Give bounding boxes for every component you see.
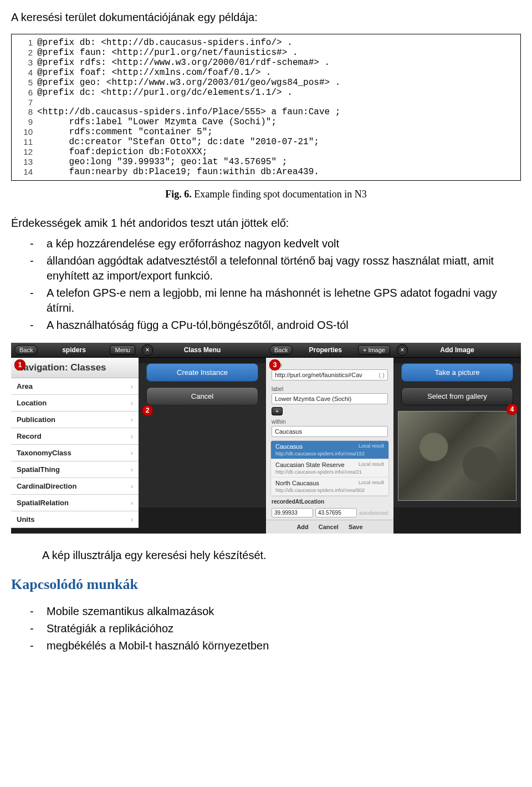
input-within[interactable]: Caucasus xyxy=(272,426,388,437)
save-button[interactable]: Save xyxy=(349,524,363,530)
list-item: Stratégiák a replikációhoz xyxy=(30,621,521,636)
findings-list: a kép hozzárendelése egy erőforráshoz na… xyxy=(11,236,521,333)
section-heading: Kapcsolódó munkák xyxy=(11,576,521,593)
chevron-right-icon: › xyxy=(131,499,133,507)
intro-title: A keresési terület dokumentációjának egy… xyxy=(11,11,521,24)
chevron-right-icon: › xyxy=(131,415,133,424)
label-type: type xyxy=(266,360,393,369)
label-label: label xyxy=(266,384,393,393)
screen2-title: Class Menu xyxy=(184,346,221,354)
chevron-right-icon: › xyxy=(131,482,133,490)
cancel-button[interactable]: Cancel xyxy=(319,524,339,530)
add-image-button[interactable]: + Image xyxy=(358,345,390,355)
chevron-right-icon: › xyxy=(131,515,133,524)
list-item[interactable]: Units› xyxy=(11,511,139,528)
screen-2: 2 × Class Menu Create Instance Cancel xyxy=(139,343,266,534)
screen-1: 1 Back spiders Menu Navigation: Classes … xyxy=(11,343,139,534)
badge-2: 2 xyxy=(142,405,153,416)
screen4-title: Add Image xyxy=(440,346,474,354)
badge-4: 4 xyxy=(507,404,518,415)
menu-button[interactable]: Menu xyxy=(110,345,135,355)
badge-1: 1 xyxy=(14,359,25,370)
label-recorded: recordedAtLocation xyxy=(266,496,393,506)
list-item: megbékélés a Mobil-t használó környezetb… xyxy=(30,638,521,653)
cancel-button[interactable]: Cancel xyxy=(146,387,258,405)
suggestion-item[interactable]: Caucasian State ReserveLocal result http… xyxy=(271,459,388,478)
list-item[interactable]: SpatialRelation› xyxy=(11,495,139,511)
figure-caption: Fig. 6. Example finding spot documentati… xyxy=(11,189,521,200)
select-gallery-button[interactable]: Select from gallery xyxy=(401,387,513,405)
close-button[interactable]: × xyxy=(397,344,408,356)
chevron-right-icon: › xyxy=(131,399,133,407)
autodetected-label: autodetected xyxy=(359,510,388,516)
take-picture-button[interactable]: Take a picture xyxy=(401,363,513,382)
plus-button[interactable]: + xyxy=(272,407,283,415)
list-item[interactable]: SpatialThing› xyxy=(11,461,139,478)
list-item[interactable]: CardinalDirection› xyxy=(11,478,139,495)
photo-preview xyxy=(398,411,516,501)
list-item[interactable]: Publication› xyxy=(11,412,139,428)
chevron-right-icon: › xyxy=(131,432,133,440)
list-item: A telefon GPS-e nem a legjobb, mi lenne … xyxy=(30,286,521,316)
input-latitude[interactable]: 43.57695 xyxy=(315,508,357,517)
badge-3: 3 xyxy=(269,359,280,370)
nav-heading: Navigation: Classes xyxy=(11,358,139,378)
list-item[interactable]: TaxonomyClass› xyxy=(11,445,139,461)
suggestions-list: CaucasusLocal result http://db.caucasus-… xyxy=(270,440,389,496)
figure-caption-bold: Fig. 6. xyxy=(165,189,192,200)
close-button[interactable]: × xyxy=(142,344,153,356)
add-button[interactable]: Add xyxy=(296,524,308,530)
screen1-title: spiders xyxy=(62,346,86,354)
chevron-right-icon: › xyxy=(131,382,133,390)
mobile-screens-figure: 1 Back spiders Menu Navigation: Classes … xyxy=(11,343,521,534)
back-button[interactable]: Back xyxy=(269,345,293,355)
screen-3: 3 Back Properties + Image type http://pu… xyxy=(266,343,393,534)
chevron-right-icon: › xyxy=(131,465,133,474)
list-item[interactable]: Record› xyxy=(11,428,139,445)
screen-4: 4 × Add Image Take a picture Select from… xyxy=(393,343,521,534)
label-within: within xyxy=(266,417,393,426)
list-item: a kép hozzárendelése egy erőforráshoz na… xyxy=(30,236,521,251)
screen3-title: Properties xyxy=(309,346,342,354)
suggestion-item[interactable]: CaucasusLocal result http://db.caucasus-… xyxy=(271,441,388,459)
back-button[interactable]: Back xyxy=(14,345,38,355)
list-item: Mobile szemantikus alkalmazások xyxy=(30,604,521,619)
related-works-list: Mobile szemantikus alkalmazásokStratégiá… xyxy=(11,604,521,653)
suggestion-item[interactable]: North CaucasusLocal result http://db.cau… xyxy=(271,478,388,496)
create-instance-button[interactable]: Create Instance xyxy=(146,363,258,382)
figure-caption-below: A kép illusztrálja egy keresési hely kés… xyxy=(42,549,521,562)
list-item[interactable]: Location› xyxy=(11,395,139,412)
figure-caption-text: Example finding spot documentation in N3 xyxy=(192,189,367,200)
input-label[interactable]: Lower Mzymta Cave (Sochi) xyxy=(272,393,388,404)
input-type[interactable]: http://purl.org/net/faunistics#Cav ( ) xyxy=(272,369,388,380)
code-block: 1@prefix db: <http://db.caucasus-spiders… xyxy=(11,34,521,181)
input-longitude[interactable]: 39.99933 xyxy=(272,508,313,517)
list-item: állandóan aggódtak adatvesztéstől a tele… xyxy=(30,253,521,283)
paragraph-findings: Érdekességek amik 1 hét andoridos teszt … xyxy=(11,217,521,230)
list-item[interactable]: Area› xyxy=(11,378,139,395)
chevron-right-icon: › xyxy=(131,449,133,457)
list-item: A használhatóság függ a CPu-tól,böngésző… xyxy=(30,318,521,333)
